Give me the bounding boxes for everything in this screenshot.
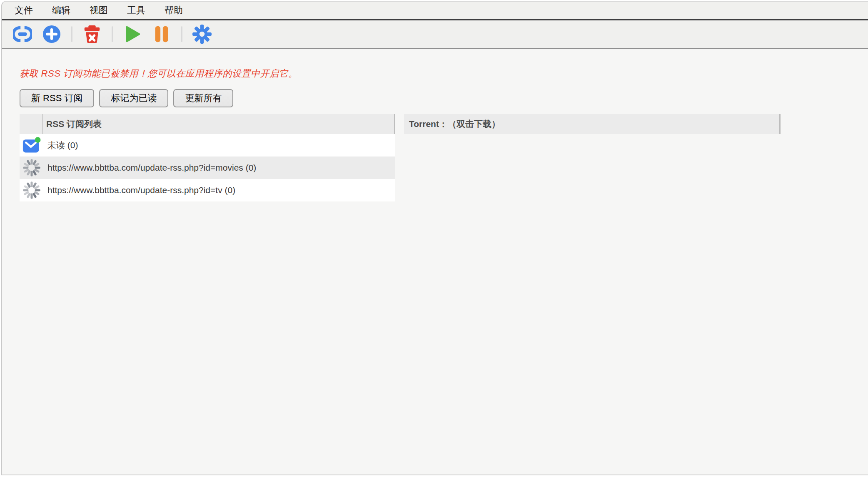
delete-button[interactable] — [82, 25, 102, 44]
app-window: 文件 编辑 视图 工具 帮助 — [1, 1, 868, 475]
menu-edit[interactable]: 编辑 — [52, 2, 70, 19]
trash-x-icon — [82, 25, 102, 44]
menu-tools[interactable]: 工具 — [127, 2, 145, 19]
feed-row-tv[interactable]: https://www.bbttba.com/update-rss.php?id… — [20, 179, 395, 201]
feed-row-unread[interactable]: 未读 (0) — [20, 134, 395, 157]
gear-icon — [192, 25, 212, 44]
spinner-icon — [22, 159, 41, 177]
add-torrent-file-button[interactable] — [42, 25, 61, 44]
feed-row-movies[interactable]: https://www.bbttba.com/update-rss.php?id… — [20, 157, 395, 179]
toolbar-separator — [112, 26, 113, 42]
pause-button[interactable] — [152, 25, 171, 44]
link-icon — [13, 25, 32, 44]
new-feed-button[interactable]: 新 RSS 订阅 — [20, 89, 94, 107]
feed-list: 未读 (0) — [20, 134, 395, 201]
toolbar — [2, 20, 868, 48]
panel-splitter[interactable] — [395, 114, 404, 201]
toolbar-separator — [181, 26, 182, 42]
unread-mail-icon — [22, 136, 41, 154]
articles-panel: Torrent：（双击下载） — [404, 114, 781, 134]
feeds-column-header[interactable]: RSS 订阅列表 — [43, 118, 102, 130]
rss-view: 获取 RSS 订阅功能已被禁用！您可以在应用程序的设置中开启它。 新 RSS 订… — [2, 49, 868, 475]
menu-help[interactable]: 帮助 — [165, 2, 183, 19]
resume-button[interactable] — [123, 25, 142, 44]
options-button[interactable] — [192, 25, 212, 44]
feeds-panel: RSS 订阅列表 未读 (0) — [20, 114, 395, 201]
spinner-icon — [22, 181, 41, 199]
articles-column-header[interactable]: Torrent：（双击下载） — [404, 114, 781, 134]
update-all-button[interactable]: 更新所有 — [173, 89, 233, 107]
feed-label: https://www.bbttba.com/update-rss.php?id… — [47, 163, 256, 173]
feed-label: https://www.bbttba.com/update-rss.php?id… — [47, 185, 235, 195]
play-icon — [123, 25, 142, 44]
plus-circle-icon — [42, 25, 61, 44]
rss-disabled-notice: 获取 RSS 订阅功能已被禁用！您可以在应用程序的设置中开启它。 — [20, 67, 297, 80]
rss-action-bar: 新 RSS 订阅 标记为已读 更新所有 — [20, 89, 233, 107]
feed-label: 未读 (0) — [47, 139, 78, 151]
feeds-icon-column-header[interactable] — [20, 114, 43, 134]
menubar: 文件 编辑 视图 工具 帮助 — [2, 2, 868, 19]
mark-read-button[interactable]: 标记为已读 — [99, 89, 168, 107]
pause-icon — [152, 25, 171, 44]
menu-view[interactable]: 视图 — [90, 2, 108, 19]
feeds-header-row: RSS 订阅列表 — [20, 114, 395, 134]
add-torrent-link-button[interactable] — [13, 25, 32, 44]
toolbar-separator — [71, 26, 72, 42]
menu-file[interactable]: 文件 — [15, 2, 33, 19]
